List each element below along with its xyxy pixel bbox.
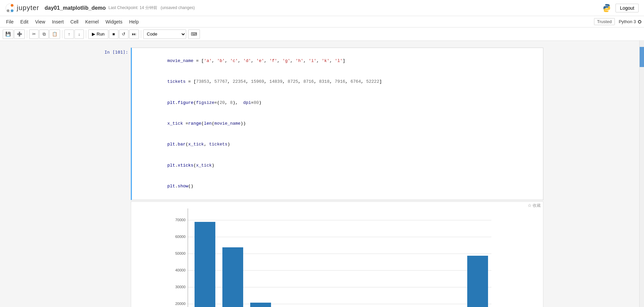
code-line-7: plt.show() <box>136 176 539 197</box>
kernel-status-circle <box>638 20 641 23</box>
bookmark-button[interactable]: ☆ 收藏 <box>528 203 541 208</box>
bar-1 <box>222 247 243 307</box>
svg-point-2 <box>7 9 9 12</box>
svg-text:60000: 60000 <box>175 235 185 239</box>
toolbar-separator-4 <box>141 30 141 38</box>
top-navbar: jupyter day01_matplotlib_demo Last Check… <box>0 0 644 16</box>
add-cell-button[interactable]: ➕ <box>14 29 25 39</box>
bar-chart-svg: 0 10000 20000 30000 40000 50000 60000 70… <box>173 205 501 307</box>
chart-container: 0 10000 20000 30000 40000 50000 60000 70… <box>131 201 543 307</box>
svg-point-5 <box>607 10 608 11</box>
code-line-5: plt.bar(x_tick, tickets) <box>136 134 539 155</box>
code-area[interactable]: movie_name = ['a', 'b', 'c', 'd', 'e', '… <box>132 48 543 200</box>
code-cell: In [101]: movie_name = ['a', 'b', 'c', '… <box>101 48 543 200</box>
run-label: Run <box>97 32 105 37</box>
menu-kernel[interactable]: Kernel <box>82 18 102 26</box>
toolbar-separator-1 <box>27 30 27 38</box>
svg-text:20000: 20000 <box>175 302 185 306</box>
svg-point-4 <box>605 5 606 6</box>
run-button[interactable]: ▶ Run <box>88 29 108 39</box>
toolbar-separator-2 <box>62 30 62 38</box>
menu-help[interactable]: Help <box>126 18 142 26</box>
checkpoint-info: Last Checkpoint: 14 分钟前 (unsaved changes… <box>108 5 195 11</box>
top-navbar-right: Logout <box>602 3 639 13</box>
toolbar: 💾 ➕ ✂ ⧉ 📋 ↑ ↓ ▶ Run ■ ↺ ⏭ Code Markdown … <box>0 27 644 41</box>
trusted-badge[interactable]: Trusted <box>594 18 615 25</box>
menu-view[interactable]: View <box>32 18 49 26</box>
cut-button[interactable]: ✂ <box>29 29 39 39</box>
run-icon: ▶ <box>92 32 95 37</box>
jupyter-logo-icon <box>5 3 15 13</box>
code-line-6: plt.xticks(x_tick) <box>136 155 539 176</box>
cell-prompt: In [101]: <box>101 48 131 200</box>
bar-2 <box>250 303 271 307</box>
restart-button[interactable]: ↺ <box>119 29 128 39</box>
toolbar-separator-3 <box>86 30 86 38</box>
move-down-button[interactable]: ↓ <box>74 29 84 39</box>
copy-button[interactable]: ⧉ <box>39 29 49 39</box>
menu-bar-right: Trusted Python 3 <box>594 18 641 25</box>
jupyter-logo: jupyter <box>5 3 39 13</box>
svg-text:50000: 50000 <box>175 251 185 255</box>
keyboard-shortcuts-button[interactable]: ⌨ <box>188 29 200 39</box>
paste-button[interactable]: 📋 <box>49 29 60 39</box>
code-line-1: movie_name = ['a', 'b', 'c', 'd', 'e', '… <box>136 51 539 71</box>
kernel-indicator: Python 3 <box>619 19 641 24</box>
bar-10 <box>467 256 488 307</box>
svg-text:30000: 30000 <box>175 285 185 289</box>
cell-type-select[interactable]: Code Markdown Raw NBConvert <box>143 29 186 39</box>
svg-point-1 <box>11 4 13 7</box>
restart-run-button[interactable]: ⏭ <box>129 29 139 39</box>
svg-text:40000: 40000 <box>175 268 185 272</box>
cell-input[interactable]: movie_name = ['a', 'b', 'c', 'd', 'e', '… <box>131 48 543 200</box>
bar-0 <box>195 222 215 307</box>
menu-insert[interactable]: Insert <box>49 18 67 26</box>
notebook-title: day01_matplotlib_demo <box>45 5 106 11</box>
code-line-2: tickets = [73853, 57767, 22354, 15969, 1… <box>136 71 539 92</box>
python-logo-icon <box>602 3 611 13</box>
output-area: ☆ 收藏 0 10000 20000 30000 40000 50000 600… <box>101 201 543 307</box>
svg-point-3 <box>11 9 13 12</box>
svg-text:70000: 70000 <box>175 218 185 222</box>
menu-bar: File Edit View Insert Cell Kernel Widget… <box>0 16 644 27</box>
logout-button[interactable]: Logout <box>615 4 639 12</box>
menu-file[interactable]: File <box>3 18 17 26</box>
code-line-3: plt.figure(figsize=(20, 8), dpi=80) <box>136 93 539 113</box>
move-up-button[interactable]: ↑ <box>64 29 74 39</box>
notebook-container: In [101]: movie_name = ['a', 'b', 'c', '… <box>87 48 557 307</box>
code-line-4: x_tick =range(len(movie_name)) <box>136 113 539 134</box>
jupyter-wordmark: jupyter <box>17 4 39 12</box>
menu-widgets[interactable]: Widgets <box>102 18 126 26</box>
save-button[interactable]: 💾 <box>3 29 13 39</box>
right-scrollbar[interactable] <box>639 40 644 307</box>
menu-cell[interactable]: Cell <box>67 18 82 26</box>
scroll-thumb[interactable] <box>640 47 644 67</box>
menu-edit[interactable]: Edit <box>17 18 32 26</box>
stop-button[interactable]: ■ <box>109 29 118 39</box>
main-content: In [101]: movie_name = ['a', 'b', 'c', '… <box>0 41 644 307</box>
